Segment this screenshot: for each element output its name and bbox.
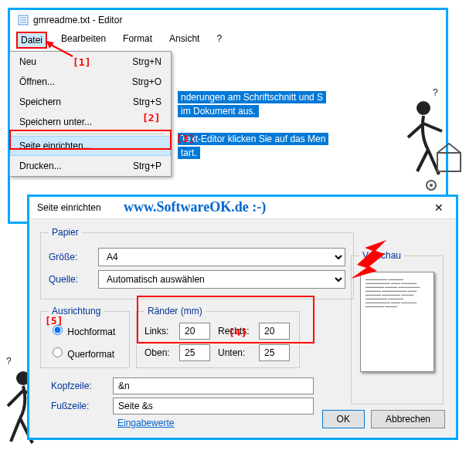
links-input[interactable] <box>179 323 210 340</box>
dialog-title: Seite einrichten <box>37 202 101 213</box>
annotation-2: [2] <box>142 112 160 123</box>
preview-page: ▬▬▬▬▬▬▬ ▬▬▬▬▬ ▬▬▬▬▬▬▬▬ ▬▬▬ ▬▬▬▬▬ ▬▬▬▬▬▬ … <box>360 272 434 372</box>
menu-item-page-setup[interactable]: Seite einrichten... <box>10 136 171 156</box>
svg-rect-9 <box>437 153 461 171</box>
ok-button[interactable]: OK <box>322 410 365 428</box>
svg-text:?: ? <box>6 356 12 367</box>
doc-text-line: tart. <box>178 147 200 159</box>
stickman-icon: ? <box>394 85 464 193</box>
menu-item-save[interactable]: SpeichernStrg+S <box>10 92 171 112</box>
groesse-select[interactable]: A4 <box>98 248 345 266</box>
doc-text-line: Text-Editor klicken Sie auf das Men <box>178 133 328 145</box>
raender-legend: Ränder (mm) <box>144 306 206 316</box>
unten-label: Unten: <box>218 347 253 358</box>
close-icon[interactable]: ✕ <box>430 201 448 214</box>
papier-fieldset: Papier Größe: A4 Quelle: Automatisch aus… <box>40 227 354 299</box>
arrow-to-datei <box>46 41 77 59</box>
papier-legend: Papier <box>49 227 82 238</box>
oben-label: Oben: <box>144 347 173 358</box>
groesse-label: Größe: <box>49 252 92 262</box>
annotation-5: [5] <box>45 315 63 327</box>
notepad-icon <box>18 15 29 25</box>
links-label: Links: <box>144 326 173 337</box>
annotation-3: [3] <box>176 133 194 144</box>
kopfzeile-label: Kopfzeile: <box>51 381 107 391</box>
unten-input[interactable] <box>259 344 290 361</box>
brand-watermark: www.SoftwareOK.de :-) <box>124 199 266 215</box>
window-title: gmreadme.txt - Editor <box>33 15 122 25</box>
quelle-label: Quelle: <box>49 274 92 285</box>
svg-marker-5 <box>46 41 54 49</box>
svg-point-7 <box>416 101 430 115</box>
oben-input[interactable] <box>179 344 210 361</box>
svg-text:?: ? <box>433 87 438 98</box>
menu-datei[interactable]: Datei <box>16 32 47 49</box>
menu-item-open[interactable]: Öffnen...Strg+O <box>10 72 171 92</box>
menu-ansicht[interactable]: Ansicht <box>166 32 202 49</box>
menu-help[interactable]: ? <box>213 32 225 49</box>
page-setup-dialog: Seite einrichten ✕ Papier Größe: A4 Quel… <box>27 195 458 440</box>
svg-marker-6 <box>351 240 386 279</box>
quelle-select[interactable]: Automatisch auswählen <box>98 270 345 289</box>
raender-fieldset: Ränder (mm) Links: Rechts: Oben: Unten: <box>136 306 300 368</box>
annotation-4: [4] <box>229 327 246 338</box>
hochformat-radio[interactable]: Hochformat <box>49 327 115 337</box>
eingabewerte-link[interactable]: Eingabewerte <box>117 418 174 428</box>
fusszeile-input[interactable] <box>113 398 314 414</box>
fusszeile-label: Fußzeile: <box>51 401 107 411</box>
cancel-button[interactable]: Abbrechen <box>371 410 445 428</box>
doc-text-line: nderungen am Schriftschnitt und S <box>178 91 326 103</box>
doc-text-line: im Dokument aus. <box>178 105 259 117</box>
svg-line-4 <box>49 44 73 56</box>
menu-format[interactable]: Format <box>120 32 155 49</box>
menu-item-print[interactable]: Drucken...Strg+P <box>10 156 171 176</box>
kopfzeile-input[interactable] <box>113 377 314 394</box>
menu-separator <box>16 134 165 134</box>
querformat-radio[interactable]: Querformat <box>49 349 114 360</box>
arrow-icon <box>349 237 388 280</box>
editor-titlebar: gmreadme.txt - Editor <box>10 10 446 30</box>
rechts-input[interactable] <box>259 323 290 340</box>
svg-point-11 <box>430 184 433 187</box>
